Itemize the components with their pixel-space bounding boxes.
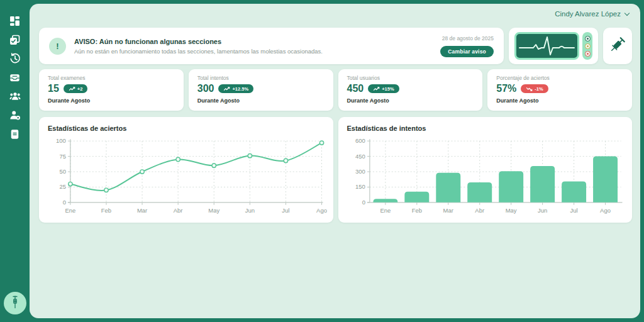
syringe-icon [608, 35, 628, 57]
sidebar-item-users[interactable] [6, 88, 25, 107]
svg-text:Ago: Ago [600, 207, 611, 214]
badge-text: +12.5% [232, 86, 248, 92]
users-group-icon [9, 91, 21, 104]
banner-row: ! AVISO: Aún no funcionan algunas seccio… [39, 28, 632, 64]
led-yellow-icon [585, 43, 591, 49]
sidebar-avatar[interactable] [4, 292, 26, 314]
trend-badge: -1% [521, 84, 548, 93]
svg-text:Jun: Jun [538, 207, 547, 214]
book-icon [9, 129, 20, 142]
svg-text:600: 600 [355, 137, 365, 144]
svg-text:450: 450 [355, 153, 365, 160]
chevron-down-icon [625, 11, 630, 16]
charts-row: Estadísticas de aciertos 0255075100EneFe… [39, 117, 632, 223]
svg-text:Ene: Ene [65, 207, 75, 214]
badge-text: +15% [382, 86, 394, 92]
svg-text:Abr: Abr [475, 207, 484, 214]
svg-text:Mar: Mar [137, 207, 147, 214]
dashboard-icon [9, 16, 20, 29]
stat-value: 15 [48, 83, 59, 94]
stat-value: 300 [197, 83, 214, 94]
iv-stand-icon [8, 294, 23, 312]
svg-text:150: 150 [355, 183, 365, 190]
svg-text:Abr: Abr [174, 207, 183, 214]
stat-value: 57% [496, 83, 516, 94]
change-notice-button[interactable]: Cambiar aviso [440, 46, 494, 57]
banner-date: 28 de agosto de 2025 [440, 35, 494, 42]
banner-subtitle: Aún no están en funcionamiento todas las… [74, 48, 323, 55]
sidebar-item-dashboard[interactable] [6, 13, 25, 31]
stat-label: Total usuarios [347, 75, 474, 81]
stat-label: Total examenes [48, 75, 175, 81]
sidebar-item-history[interactable] [6, 50, 25, 69]
user-settings-icon [9, 109, 21, 123]
svg-text:Jul: Jul [570, 207, 577, 214]
led-red-icon [585, 51, 591, 57]
svg-text:50: 50 [59, 168, 66, 175]
notice-banner: ! AVISO: Aún no funcionan algunas seccio… [39, 28, 504, 64]
stat-period: Durante Agosto [48, 97, 175, 104]
user-name: Cindy Alvarez López [555, 10, 621, 18]
stat-period: Durante Agosto [197, 97, 325, 104]
stat-value: 450 [347, 83, 364, 94]
led-green-icon [585, 36, 591, 42]
sidebar [0, 0, 30, 322]
svg-text:May: May [208, 207, 219, 214]
banner-meta: 28 de agosto de 2025 Cambiar aviso [440, 35, 494, 57]
tasks-check-icon [9, 35, 20, 48]
trend-up-icon [373, 87, 380, 91]
inbox-icon [9, 72, 20, 86]
svg-text:Feb: Feb [411, 207, 421, 214]
svg-text:0: 0 [63, 199, 66, 206]
stat-label: Porcentaje de aciertos [496, 75, 623, 81]
svg-text:Jun: Jun [245, 207, 255, 214]
sidebar-item-user-settings[interactable] [6, 107, 25, 126]
sidebar-item-inbox[interactable] [6, 69, 25, 88]
trend-up-icon [69, 87, 75, 91]
history-icon [9, 53, 21, 67]
trend-up-icon [223, 87, 230, 91]
sidebar-item-library[interactable] [6, 126, 25, 145]
svg-text:Ago: Ago [316, 207, 326, 214]
line-chart-card: Estadísticas de aciertos 0255075100EneFe… [39, 117, 333, 223]
svg-text:25: 25 [59, 183, 66, 190]
stat-card-exams: Total examenes 15 +2 Durante Agosto [39, 69, 184, 111]
trend-badge: +15% [368, 84, 399, 93]
svg-text:Jul: Jul [282, 207, 289, 214]
stat-label: Total intentos [197, 75, 325, 81]
ekg-widget [509, 28, 598, 64]
stat-card-users: Total usuarios 450 +15% Durante Agosto [338, 69, 483, 111]
svg-text:Feb: Feb [101, 207, 111, 214]
ekg-monitor-icon [514, 32, 579, 60]
stat-period: Durante Agosto [496, 97, 623, 104]
stat-card-attempts: Total intentos 300 +12.5% Durante Agosto [189, 69, 333, 111]
trend-down-icon [526, 87, 533, 91]
bar-chart-card: Estadísticas de intentos 0150300450600En… [338, 117, 633, 223]
trend-badge: +2 [64, 84, 88, 93]
banner-text: AVISO: Aún no funcionan algunas seccione… [74, 38, 323, 55]
trend-badge: +12.5% [218, 84, 253, 93]
bar-chart-title: Estadísticas de intentos [347, 125, 626, 132]
exclamation-icon: ! [49, 38, 66, 55]
svg-text:75: 75 [59, 153, 66, 160]
svg-text:300: 300 [355, 168, 365, 175]
badge-text: -1% [535, 86, 543, 92]
svg-text:0: 0 [362, 199, 365, 206]
svg-text:Ene: Ene [380, 207, 391, 214]
line-chart-title: Estadísticas de aciertos [48, 125, 327, 132]
svg-text:May: May [505, 207, 516, 214]
banner-title: AVISO: Aún no funcionan algunas seccione… [74, 38, 323, 45]
sidebar-item-exams[interactable] [6, 31, 25, 50]
line-chart: 0255075100EneFebMarAbrMayJunJulAgo [47, 135, 327, 218]
stat-period: Durante Agosto [347, 97, 474, 104]
stats-row: Total examenes 15 +2 Durante Agosto Tota… [39, 69, 632, 111]
svg-text:Mar: Mar [443, 207, 453, 214]
syringe-tile[interactable] [603, 28, 632, 64]
main-content: Cindy Alvarez López ! AVISO: Aún no func… [30, 4, 640, 318]
stat-card-success-rate: Porcentaje de aciertos 57% -1% Durante A… [487, 69, 632, 111]
bar-chart: 0150300450600EneFebMarAbrMayJunJulAgo [346, 135, 626, 218]
svg-text:100: 100 [56, 137, 66, 144]
badge-text: +2 [77, 86, 83, 92]
led-indicator-pill [582, 32, 592, 60]
user-menu[interactable]: Cindy Alvarez López [555, 10, 629, 18]
